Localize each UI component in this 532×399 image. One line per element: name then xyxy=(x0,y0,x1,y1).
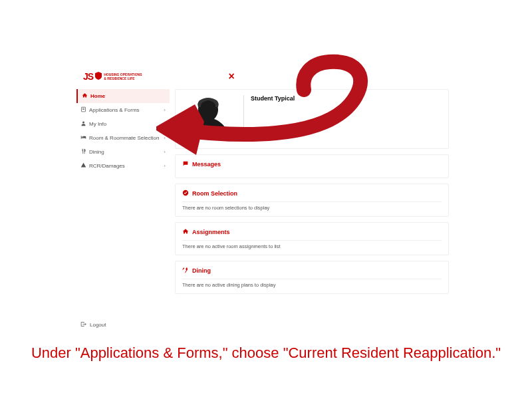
photo-caption-line2: Unavailable xyxy=(197,131,219,135)
sidebar-nav: Home Applications & Forms › xyxy=(76,89,170,173)
sidebar-label-rcr: RCR/Damages xyxy=(89,163,125,169)
sidebar-item-myinfo[interactable]: My Info › xyxy=(76,117,170,131)
messages-title: Messages xyxy=(192,161,221,168)
chevron-right-icon: › xyxy=(164,121,166,127)
room-selection-title: Room Selection xyxy=(192,190,237,197)
assignments-title: Assignments xyxy=(192,229,230,235)
messages-section: Messages xyxy=(175,154,449,178)
sidebar-label-myinfo: My Info xyxy=(89,121,106,127)
assignments-section: Assignments There are no active room ass… xyxy=(175,222,449,255)
person-icon xyxy=(80,120,86,128)
sidebar-item-room[interactable]: Room & Roommate Selection › xyxy=(76,131,170,145)
dining-header: Dining xyxy=(182,267,442,279)
dining-title: Dining xyxy=(192,267,211,274)
close-icon[interactable]: × xyxy=(229,70,235,82)
chevron-right-icon: › xyxy=(164,163,166,169)
svg-point-4 xyxy=(82,136,83,138)
sidebar-item-rcr[interactable]: RCR/Damages › xyxy=(76,159,170,173)
bed-icon xyxy=(80,134,86,142)
student-name: Student Typical xyxy=(251,95,295,102)
sidebar-label-home: Home xyxy=(90,93,105,99)
message-icon xyxy=(182,160,189,168)
logout-button[interactable]: Logout xyxy=(76,317,170,332)
logo-main: JS xyxy=(83,71,93,82)
sidebar-label-room: Room & Roommate Selection xyxy=(89,135,159,141)
header-row: JS HOUSING OPERATIONS & RESIDENCE LIFE × xyxy=(76,66,449,89)
chevron-right-icon: › xyxy=(164,135,166,141)
sidebar-label-dining: Dining xyxy=(89,149,104,155)
sidebar-item-dining[interactable]: Dining › xyxy=(76,145,170,159)
assignments-body: There are no active room assignments to … xyxy=(182,240,442,249)
logo: JS HOUSING OPERATIONS & RESIDENCE LIFE xyxy=(83,70,142,82)
utensils-icon xyxy=(80,148,86,156)
instruction-text: Under "Applications & Forms," choose "Cu… xyxy=(0,344,532,362)
dining-body: There are no active dining plans to disp… xyxy=(182,279,442,288)
home-icon xyxy=(82,92,88,100)
logo-secondary-line2: & RESIDENCE LIFE xyxy=(104,76,142,80)
utensils-icon xyxy=(182,267,189,275)
student-name-column: Student Typical xyxy=(243,95,295,135)
profile-card: Photo Unavailable Student Typical xyxy=(175,89,449,149)
room-selection-body: There are no room selections to display xyxy=(182,201,442,211)
logo-secondary: HOUSING OPERATIONS & RESIDENCE LIFE xyxy=(104,72,142,80)
messages-header: Messages xyxy=(182,160,442,172)
check-circle-icon xyxy=(182,190,189,198)
photo-caption-line1: Photo xyxy=(203,126,214,130)
main-area: Photo Unavailable Student Typical Messag… xyxy=(175,89,449,332)
content-row: Home Applications & Forms › xyxy=(76,89,449,332)
dining-section: Dining There are no active dining plans … xyxy=(175,261,449,294)
sidebar: Home Applications & Forms › xyxy=(76,89,170,332)
app-container: JS HOUSING OPERATIONS & RESIDENCE LIFE ×… xyxy=(76,66,449,332)
form-icon xyxy=(80,106,86,114)
chevron-right-icon: › xyxy=(164,149,166,155)
warning-icon xyxy=(80,162,86,170)
room-selection-section: Room Selection There are no room selecti… xyxy=(175,184,449,217)
assignments-header: Assignments xyxy=(182,228,442,240)
house-icon xyxy=(182,228,189,236)
chevron-right-icon: › xyxy=(164,107,166,113)
logout-icon xyxy=(80,321,86,329)
sidebar-item-applications[interactable]: Applications & Forms › xyxy=(76,103,170,117)
logout-label: Logout xyxy=(90,322,106,328)
room-selection-header: Room Selection xyxy=(182,190,442,201)
logo-shield-icon xyxy=(95,70,102,82)
sidebar-label-applications: Applications & Forms xyxy=(89,107,140,113)
profile-photo-unavailable: Photo Unavailable xyxy=(182,95,234,143)
svg-point-3 xyxy=(82,122,84,124)
sidebar-item-home[interactable]: Home xyxy=(76,89,170,103)
